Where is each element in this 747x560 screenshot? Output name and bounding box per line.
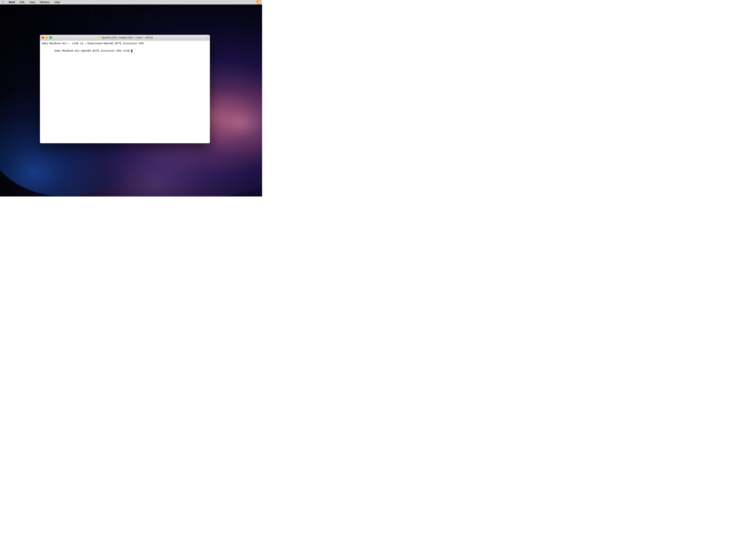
desktop:  Shell Edit View Window Help 📶 📁 OpenNI… (0, 0, 262, 196)
menubar-edit[interactable]: Edit (19, 1, 25, 4)
apple-menu[interactable]:  (2, 0, 4, 4)
menubar-shell[interactable]: Shell (8, 1, 16, 4)
expand-button[interactable]: ⤢ (206, 36, 208, 39)
window-title-area: 📁 OpenNI_NITE_Installer-OSX — bash — 80×… (97, 36, 153, 39)
menubar-help[interactable]: Help (54, 1, 61, 4)
terminal-line-2: Sams-MacBook-Air:OpenNI_NITE_Installer-O… (42, 46, 208, 57)
terminal-line-1: Sams-MacBook-Air:~ sth$ cd ./Downloads/O… (42, 42, 208, 46)
wifi-icon[interactable]: 📶 (256, 0, 260, 4)
close-button[interactable] (42, 36, 44, 39)
window-title: OpenNI_NITE_Installer-OSX — bash — 80×24 (102, 36, 153, 39)
menubar-right: 📶 (256, 0, 260, 4)
maximize-button[interactable] (49, 36, 52, 39)
terminal-window: 📁 OpenNI_NITE_Installer-OSX — bash — 80×… (40, 35, 210, 143)
title-bar: 📁 OpenNI_NITE_Installer-OSX — bash — 80×… (40, 35, 210, 41)
terminal-prompt-2: Sams-MacBook-Air:OpenNI_NITE_Installer-O… (54, 49, 131, 52)
terminal-content[interactable]: Sams-MacBook-Air:~ sth$ cd ./Downloads/O… (40, 41, 210, 143)
minimize-button[interactable] (46, 36, 48, 39)
menubar:  Shell Edit View Window Help 📶 (0, 0, 262, 4)
window-buttons (42, 36, 52, 39)
terminal-cursor (131, 50, 132, 52)
menubar-window[interactable]: Window (39, 1, 50, 4)
folder-icon: 📁 (97, 36, 101, 39)
menubar-view[interactable]: View (28, 1, 36, 4)
